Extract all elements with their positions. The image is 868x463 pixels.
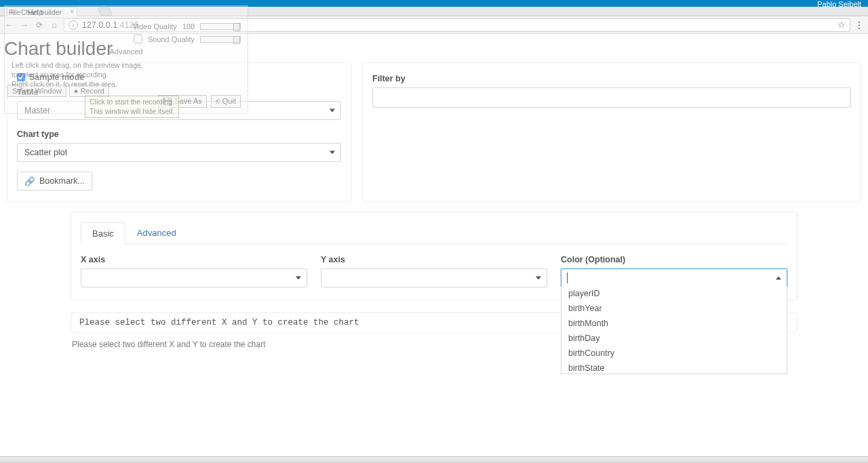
nav-back-icon[interactable]: ← <box>4 20 15 31</box>
url-text: 127.0.0.1:4126 <box>82 20 138 30</box>
x-axis-select[interactable] <box>81 268 307 287</box>
tab-close-icon[interactable]: × <box>70 8 74 16</box>
site-info-icon[interactable]: i <box>68 20 78 30</box>
browser-tabstrip: 🗎 Chart builder × <box>0 7 868 16</box>
table-select[interactable]: Master <box>17 101 341 120</box>
color-axis-label: Color (Optional) <box>561 255 787 264</box>
link-icon: 🔗 <box>24 176 35 186</box>
bookmark-button[interactable]: 🔗 Bookmark... <box>17 172 92 190</box>
tab-basic[interactable]: Basic <box>81 222 125 244</box>
filter-label: Filter by <box>372 74 851 83</box>
chevron-down-icon <box>330 109 335 113</box>
bookmark-button-label: Bookmark... <box>39 176 85 186</box>
color-axis-select[interactable] <box>561 268 787 287</box>
url-bar[interactable]: i 127.0.0.1:4126 ☆ <box>64 18 850 32</box>
page-title: Chart builder <box>4 38 864 60</box>
chevron-up-icon <box>776 277 781 280</box>
nav-forward-icon[interactable]: → <box>19 20 30 31</box>
nav-reload-icon[interactable]: ⟳ <box>34 20 45 31</box>
chevron-down-icon <box>296 277 301 280</box>
taskbar <box>0 456 868 463</box>
chevron-down-icon <box>536 277 541 280</box>
y-axis-select[interactable] <box>321 268 547 287</box>
tabs: Basic Advanced <box>81 222 787 244</box>
text-cursor-icon <box>567 273 568 283</box>
color-dropdown-list[interactable]: playerIDbirthYearbirthMonthbirthDaybirth… <box>561 286 787 374</box>
color-option[interactable]: birthYear <box>561 301 787 316</box>
chevron-down-icon <box>330 151 335 155</box>
y-axis-label: Y axis <box>321 255 547 264</box>
axis-card: Basic Advanced X axis Y axis <box>71 212 797 300</box>
nav-home-icon[interactable]: ⌂ <box>49 20 60 31</box>
window-titlebar: Pablo Seibelt <box>0 0 868 7</box>
color-option[interactable]: birthDay <box>561 331 787 346</box>
new-tab-button[interactable] <box>98 7 113 16</box>
color-option[interactable]: playerID <box>561 286 787 301</box>
browser-menu-icon[interactable]: ⋮ <box>854 20 864 30</box>
chart-type-select-value: Scatter plot <box>24 148 67 157</box>
chart-type-label: Chart type <box>17 129 341 139</box>
tab-advanced[interactable]: Advanced <box>125 222 188 243</box>
x-axis-label: X axis <box>81 255 307 264</box>
filter-card: Filter by <box>362 62 861 202</box>
config-card: Sample mode Table Master Chart type Scat… <box>7 62 351 202</box>
filter-input[interactable] <box>372 87 851 108</box>
browser-tab[interactable]: 🗎 Chart builder × <box>7 7 77 16</box>
chart-type-select[interactable]: Scatter plot <box>17 143 341 162</box>
table-label: Table <box>17 87 341 97</box>
table-select-value: Master <box>24 106 50 115</box>
color-option[interactable]: birthState <box>561 361 787 374</box>
color-option[interactable]: birthMonth <box>561 316 787 331</box>
browser-toolbar: ← → ⟳ ⌂ i 127.0.0.1:4126 ☆ ⋮ <box>0 16 868 34</box>
tab-title: Chart builder <box>21 8 62 16</box>
page-body: Chart builder Sample mode Table Master C… <box>0 38 868 349</box>
tab-favicon-icon: 🗎 <box>10 9 16 16</box>
sample-mode-checkbox[interactable] <box>17 73 25 81</box>
bookmark-star-icon[interactable]: ☆ <box>837 20 846 30</box>
color-option[interactable]: birthCountry <box>561 346 787 361</box>
sample-mode-label: Sample mode <box>29 73 84 82</box>
